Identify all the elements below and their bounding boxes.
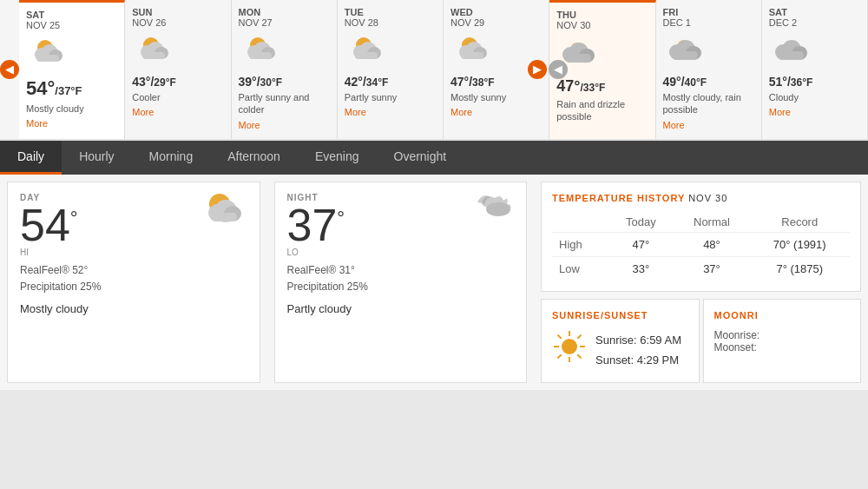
- more-link[interactable]: More: [769, 107, 860, 117]
- svg-rect-43: [211, 213, 237, 221]
- svg-rect-24: [461, 52, 483, 59]
- day-date: DEC 2: [769, 17, 860, 28]
- more-link[interactable]: More: [26, 118, 117, 129]
- next-arrow-right[interactable]: ▶: [528, 60, 547, 79]
- main-content: DAY 54° HI: [0, 175, 868, 390]
- sunrise-content: Sunrise: 6:59 AM Sunset: 4:29 PM: [552, 329, 688, 372]
- svg-rect-4: [36, 55, 59, 62]
- day-name: MON: [239, 7, 330, 17]
- day-name: SAT: [769, 7, 860, 17]
- svg-line-51: [577, 354, 581, 358]
- temp-history-table: Today Normal Record High 47° 48° 70° (19…: [552, 212, 850, 281]
- forecast-day-7[interactable]: SAT DEC 2 51°/36°F Cloudy More: [762, 0, 868, 139]
- tab-afternoon[interactable]: Afternoon: [210, 141, 298, 175]
- tab-evening[interactable]: Evening: [298, 141, 377, 175]
- svg-rect-29: [565, 54, 591, 63]
- table-row: High 47° 48° 70° (1991): [552, 232, 850, 256]
- temp-history-title: TEMPERATURE HISTORY NOV 30: [552, 193, 850, 203]
- row-today: 33°: [608, 256, 674, 281]
- right-panel: TEMPERATURE HISTORY NOV 30 Today Normal …: [534, 175, 868, 390]
- more-link[interactable]: More: [663, 120, 754, 130]
- moonrise-block: MOONRI Moonrise: Moonset:: [703, 299, 862, 383]
- day-desc: Cloudy: [769, 91, 860, 103]
- row-label: High: [552, 232, 608, 256]
- day-name: THU: [556, 10, 648, 20]
- th-record: Record: [749, 212, 850, 233]
- weather-icon: [663, 31, 754, 71]
- day-weather-icon: [195, 185, 247, 239]
- forecast-bar: ◀ SAT NOV 25 54°/37°F Mostly cloudy More…: [0, 0, 868, 141]
- sunrise-title: SUNRISE/SUNSET: [552, 310, 688, 320]
- svg-rect-14: [249, 52, 272, 59]
- table-row: Low 33° 37° 7° (1875): [552, 256, 850, 281]
- tab-morning[interactable]: Morning: [132, 141, 211, 175]
- svg-point-45: [562, 339, 577, 354]
- row-today: 47°: [608, 232, 674, 256]
- weather-icon: [345, 31, 436, 71]
- row-record: 70° (1991): [749, 232, 850, 256]
- day-date: NOV 27: [239, 17, 330, 28]
- svg-rect-38: [778, 51, 804, 60]
- next-arrow-pair[interactable]: ▶ ◀: [528, 60, 568, 79]
- day-details: RealFeel® 52° Precipitation 25%: [20, 262, 247, 295]
- svg-line-53: [558, 354, 562, 358]
- moonrise-title: MOONRI: [714, 310, 851, 320]
- more-link[interactable]: More: [239, 120, 330, 130]
- weather-icon: [26, 34, 117, 74]
- weather-icon: [239, 31, 330, 71]
- moonrise-content: Moonrise: Moonset:: [714, 329, 851, 354]
- more-link[interactable]: More: [345, 107, 436, 117]
- left-panel: DAY 54° HI: [0, 175, 534, 390]
- day-name: FRI: [663, 7, 754, 17]
- weather-icon: [132, 31, 223, 71]
- th-empty: [552, 212, 608, 233]
- forecast-day-3[interactable]: TUE NOV 28 42°/34°F Partly sunny More: [338, 0, 444, 139]
- row-normal: 37°: [674, 256, 749, 281]
- day-temp: 54°: [20, 200, 78, 250]
- day-desc: Partly sunny and colder: [239, 91, 330, 116]
- day-date: NOV 26: [132, 17, 223, 28]
- next-arrow-left2[interactable]: ◀: [549, 60, 568, 79]
- day-date: NOV 25: [26, 20, 117, 30]
- svg-rect-34: [672, 51, 698, 60]
- day-desc: Mostly cloudy: [26, 102, 117, 115]
- svg-line-52: [577, 334, 581, 338]
- day-desc: Partly sunny: [345, 91, 436, 103]
- forecast-day-1[interactable]: SUN NOV 26 43°/29°F Cooler More: [125, 0, 231, 139]
- tabs-bar: DailyHourlyMorningAfternoonEveningOverni…: [0, 141, 868, 175]
- forecast-day-6[interactable]: FRI DEC 1 49°/40°F Mostly cloudy, rain p…: [656, 0, 762, 139]
- sunrise-moonrise-row: SUNRISE/SUNSET: [541, 299, 861, 383]
- forecast-day-2[interactable]: MON NOV 27 39°/30°F Partly sunny and col…: [232, 0, 338, 139]
- day-card: DAY 54° HI: [7, 182, 260, 383]
- prev-arrow[interactable]: ◀: [0, 60, 19, 79]
- day-date: NOV 30: [556, 20, 648, 30]
- svg-rect-19: [355, 52, 378, 59]
- day-name: WED: [450, 7, 542, 17]
- svg-rect-9: [142, 52, 165, 59]
- svg-line-50: [558, 334, 562, 338]
- tab-daily[interactable]: Daily: [0, 141, 62, 175]
- night-card: NIGHT 37° LO RealFe: [274, 182, 528, 383]
- tab-overnight[interactable]: Overnight: [377, 141, 464, 175]
- tab-hourly[interactable]: Hourly: [62, 141, 131, 175]
- forecast-day-0[interactable]: SAT NOV 25 54°/37°F Mostly cloudy More: [19, 0, 125, 139]
- more-link[interactable]: More: [450, 107, 542, 117]
- temp-history-section: TEMPERATURE HISTORY NOV 30 Today Normal …: [541, 182, 861, 292]
- row-record: 7° (1875): [749, 256, 850, 281]
- th-normal: Normal: [674, 212, 749, 233]
- day-condition: Mostly cloudy: [20, 302, 247, 315]
- day-desc: Mostly cloudy, rain possible: [663, 91, 754, 116]
- night-details: RealFeel® 31° Precipitation 25%: [287, 262, 515, 295]
- night-weather-icon: [462, 185, 514, 243]
- weather-icon: [769, 31, 860, 71]
- more-link[interactable]: More: [132, 107, 223, 117]
- day-date: NOV 29: [450, 17, 542, 28]
- weather-icon: [556, 34, 648, 74]
- day-name: SAT: [26, 10, 117, 20]
- row-normal: 48°: [674, 232, 749, 256]
- svg-point-44: [486, 202, 510, 216]
- sunrise-times: Sunrise: 6:59 AM Sunset: 4:29 PM: [595, 330, 681, 371]
- row-label: Low: [552, 256, 608, 281]
- day-desc: Rain and drizzle possible: [556, 98, 648, 123]
- day-date: DEC 1: [663, 17, 754, 28]
